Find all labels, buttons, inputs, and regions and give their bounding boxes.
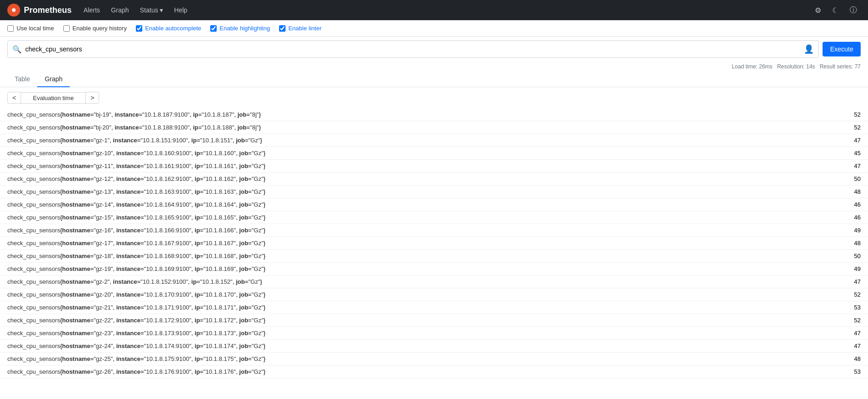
table-row: check_cpu_sensors{hostname="gz-20", inst… bbox=[0, 288, 868, 301]
value-cell: 47 bbox=[840, 275, 868, 288]
enable-autocomplete-checkbox[interactable] bbox=[136, 25, 142, 32]
value-cell: 49 bbox=[840, 224, 868, 237]
metric-name: check_cpu_sensors bbox=[7, 175, 60, 182]
nav-status[interactable]: Status ▾ bbox=[135, 4, 168, 17]
table-row: check_cpu_sensors{hostname="bj-20", inst… bbox=[0, 121, 868, 134]
stats-line: Load time: 26ms Resolution: 14s Result s… bbox=[0, 62, 868, 72]
table-row: check_cpu_sensors{hostname="gz-24", inst… bbox=[0, 340, 868, 353]
metric-name: check_cpu_sensors bbox=[7, 368, 60, 375]
enable-linter-option[interactable]: Enable linter bbox=[279, 25, 321, 32]
value-cell: 50 bbox=[840, 250, 868, 263]
prometheus-logo bbox=[7, 4, 20, 17]
metric-cell: check_cpu_sensors{hostname="gz-24", inst… bbox=[0, 340, 840, 353]
metric-name: check_cpu_sensors bbox=[7, 317, 60, 324]
table-row: check_cpu_sensors{hostname="gz-10", inst… bbox=[0, 147, 868, 160]
metric-name: check_cpu_sensors bbox=[7, 227, 60, 234]
metric-name: check_cpu_sensors bbox=[7, 304, 60, 311]
options-bar: Use local time Enable query history Enab… bbox=[0, 20, 868, 37]
use-local-time-option[interactable]: Use local time bbox=[7, 25, 54, 32]
metric-cell: check_cpu_sensors{hostname="gz-14", inst… bbox=[0, 198, 840, 211]
value-cell: 48 bbox=[840, 237, 868, 250]
metrics-explorer-icon[interactable]: 👤 bbox=[804, 44, 814, 54]
table-row: check_cpu_sensors{hostname="gz-16", inst… bbox=[0, 224, 868, 237]
navbar-right: ⚙ ☾ ⓘ bbox=[811, 4, 861, 17]
table-row: check_cpu_sensors{hostname="gz-12", inst… bbox=[0, 173, 868, 185]
use-local-time-label: Use local time bbox=[17, 25, 54, 32]
metric-cell: check_cpu_sensors{hostname="gz-2", insta… bbox=[0, 275, 840, 288]
query-input[interactable] bbox=[25, 45, 800, 53]
enable-query-history-checkbox[interactable] bbox=[63, 25, 70, 32]
table-row: check_cpu_sensors{hostname="gz-15", inst… bbox=[0, 211, 868, 224]
eval-time-display: Evaluation time bbox=[21, 92, 85, 104]
metric-name: check_cpu_sensors bbox=[7, 163, 60, 169]
metric-cell: check_cpu_sensors{hostname="gz-18", inst… bbox=[0, 250, 840, 263]
metric-name: check_cpu_sensors bbox=[7, 330, 60, 337]
metric-cell: check_cpu_sensors{hostname="gz-11", inst… bbox=[0, 160, 840, 173]
metric-name: check_cpu_sensors bbox=[7, 214, 60, 221]
value-cell: 48 bbox=[840, 185, 868, 198]
metric-cell: check_cpu_sensors{hostname="gz-21", inst… bbox=[0, 301, 840, 314]
nav-alerts[interactable]: Alerts bbox=[79, 4, 105, 17]
enable-highlighting-option[interactable]: Enable highlighting bbox=[210, 25, 270, 32]
table-row: check_cpu_sensors{hostname="gz-25", inst… bbox=[0, 353, 868, 365]
metric-cell: check_cpu_sensors{hostname="gz-20", inst… bbox=[0, 288, 840, 301]
metric-cell: check_cpu_sensors{hostname="bj-19", inst… bbox=[0, 108, 840, 121]
navbar: Prometheus Alerts Graph Status ▾ Help ⚙ … bbox=[0, 0, 868, 20]
value-cell: 52 bbox=[840, 108, 868, 121]
search-bar: 🔍 👤 Execute bbox=[0, 37, 868, 62]
tabs-bar: Table Graph bbox=[0, 72, 868, 87]
metric-cell: check_cpu_sensors{hostname="gz-19", inst… bbox=[0, 263, 840, 275]
metric-cell: check_cpu_sensors{hostname="gz-25", inst… bbox=[0, 353, 840, 365]
brand-link[interactable]: Prometheus bbox=[7, 4, 72, 17]
use-local-time-checkbox[interactable] bbox=[7, 25, 14, 32]
value-cell: 52 bbox=[840, 288, 868, 301]
settings-button[interactable]: ⚙ bbox=[811, 4, 825, 17]
enable-highlighting-checkbox[interactable] bbox=[210, 25, 217, 32]
table-row: check_cpu_sensors{hostname="gz-19", inst… bbox=[0, 263, 868, 275]
tab-graph[interactable]: Graph bbox=[37, 72, 70, 87]
result-series-stat: Result series: 77 bbox=[820, 63, 861, 70]
eval-time-prev-button[interactable]: < bbox=[7, 92, 21, 104]
metric-name: check_cpu_sensors bbox=[7, 265, 60, 272]
theme-toggle-button[interactable]: ☾ bbox=[829, 4, 842, 17]
table-row: check_cpu_sensors{hostname="gz-23", inst… bbox=[0, 327, 868, 340]
metric-name: check_cpu_sensors bbox=[7, 355, 60, 362]
metric-cell: check_cpu_sensors{hostname="gz-13", inst… bbox=[0, 185, 840, 198]
enable-query-history-option[interactable]: Enable query history bbox=[63, 25, 127, 32]
metric-cell: check_cpu_sensors{hostname="gz-12", inst… bbox=[0, 173, 840, 185]
value-cell: 53 bbox=[840, 301, 868, 314]
metric-name: check_cpu_sensors bbox=[7, 188, 60, 195]
results-container: check_cpu_sensors{hostname="bj-19", inst… bbox=[0, 108, 868, 399]
enable-query-history-label: Enable query history bbox=[73, 25, 127, 32]
metric-cell: check_cpu_sensors{hostname="gz-23", inst… bbox=[0, 327, 840, 340]
value-cell: 50 bbox=[840, 173, 868, 185]
enable-autocomplete-option[interactable]: Enable autocomplete bbox=[136, 25, 201, 32]
metric-cell: check_cpu_sensors{hostname="bj-20", inst… bbox=[0, 121, 840, 134]
value-cell: 53 bbox=[840, 365, 868, 378]
load-time-stat: Load time: 26ms bbox=[732, 63, 773, 70]
eval-time-next-button[interactable]: > bbox=[85, 92, 99, 104]
metric-cell: check_cpu_sensors{hostname="gz-22", inst… bbox=[0, 314, 840, 327]
table-row: check_cpu_sensors{hostname="gz-26", inst… bbox=[0, 365, 868, 378]
table-row: check_cpu_sensors{hostname="bj-19", inst… bbox=[0, 108, 868, 121]
table-row: check_cpu_sensors{hostname="gz-1", insta… bbox=[0, 134, 868, 147]
metric-cell: check_cpu_sensors{hostname="gz-16", inst… bbox=[0, 224, 840, 237]
table-row: check_cpu_sensors{hostname="gz-17", inst… bbox=[0, 237, 868, 250]
enable-linter-checkbox[interactable] bbox=[279, 25, 286, 32]
nav-graph[interactable]: Graph bbox=[106, 4, 134, 17]
table-row: check_cpu_sensors{hostname="gz-21", inst… bbox=[0, 301, 868, 314]
metric-cell: check_cpu_sensors{hostname="gz-17", inst… bbox=[0, 237, 840, 250]
table-row: check_cpu_sensors{hostname="gz-11", inst… bbox=[0, 160, 868, 173]
metric-name: check_cpu_sensors bbox=[7, 240, 60, 247]
value-cell: 47 bbox=[840, 327, 868, 340]
search-input-wrapper: 🔍 👤 bbox=[7, 40, 819, 58]
value-cell: 47 bbox=[840, 160, 868, 173]
nav-help[interactable]: Help bbox=[169, 4, 192, 17]
value-cell: 46 bbox=[840, 211, 868, 224]
execute-button[interactable]: Execute bbox=[823, 42, 861, 56]
table-row: check_cpu_sensors{hostname="gz-22", inst… bbox=[0, 314, 868, 327]
info-button[interactable]: ⓘ bbox=[846, 4, 861, 17]
metric-cell: check_cpu_sensors{hostname="gz-10", inst… bbox=[0, 147, 840, 160]
tab-table[interactable]: Table bbox=[7, 72, 37, 87]
table-row: check_cpu_sensors{hostname="gz-2", insta… bbox=[0, 275, 868, 288]
